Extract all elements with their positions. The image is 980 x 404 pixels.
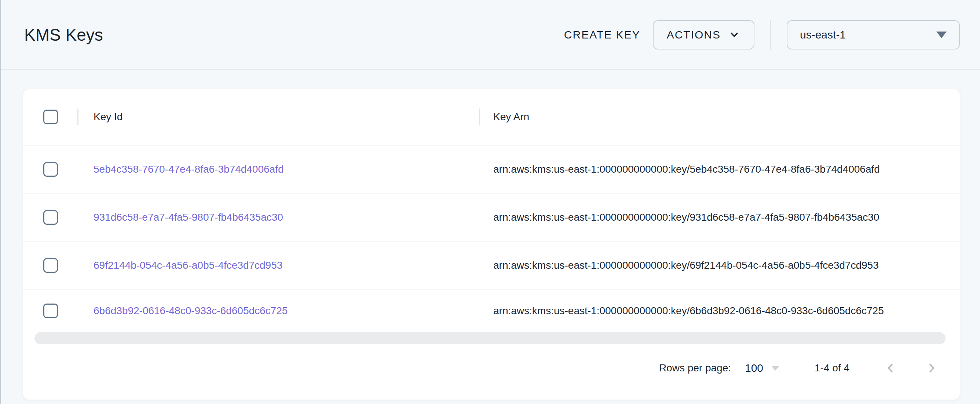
table-row[interactable]: 6b6d3b92-0616-48c0-933c-6d605dc6c725 arn… [23, 289, 960, 332]
horizontal-scrollbar[interactable] [35, 332, 945, 344]
chevron-down-icon [728, 29, 740, 41]
select-all-checkbox[interactable] [43, 110, 58, 124]
row-checkbox[interactable] [43, 210, 58, 225]
column-header-key-arn[interactable]: Key Arn [480, 111, 960, 123]
page-range-label: 1-4 of 4 [815, 362, 850, 374]
next-page-button[interactable] [924, 361, 939, 375]
rows-per-page-label: Rows per page: [659, 362, 731, 374]
chevron-left-icon [883, 361, 897, 375]
rows-per-page-dropdown-icon[interactable] [771, 366, 780, 371]
region-select[interactable]: us-east-1 [787, 20, 960, 49]
key-arn-text: arn:aws:kms:us-east-1:000000000000:key/9… [493, 212, 879, 223]
key-arn-text: arn:aws:kms:us-east-1:000000000000:key/6… [493, 305, 884, 317]
toolbar-divider [770, 20, 771, 49]
key-id-link[interactable]: 69f2144b-054c-4a56-a0b5-4fce3d7cd953 [94, 259, 282, 271]
column-separator [77, 108, 78, 126]
header-toolbar: CREATE KEY ACTIONS us-east-1 [554, 20, 960, 49]
row-checkbox[interactable] [43, 258, 58, 273]
key-id-link[interactable]: 6b6d3b92-0616-48c0-933c-6d605dc6c725 [94, 305, 288, 317]
pagination: Rows per page: 100 1-4 of 4 [23, 344, 960, 392]
table-row[interactable]: 5eb4c358-7670-47e4-8fa6-3b74d4006afd arn… [23, 146, 960, 194]
key-arn-text: arn:aws:kms:us-east-1:000000000000:key/6… [493, 259, 879, 271]
header-checkbox-cell [23, 110, 78, 124]
dropdown-arrow-icon [936, 32, 947, 38]
left-edge-line [0, 0, 1, 404]
page-header: KMS Keys CREATE KEY ACTIONS us-east-1 [0, 0, 980, 70]
row-checkbox[interactable] [43, 162, 58, 177]
column-header-key-id[interactable]: Key Id [78, 111, 480, 123]
key-arn-text: arn:aws:kms:us-east-1:000000000000:key/5… [493, 164, 880, 175]
keys-card: Key Id Key Arn 5eb4c358-7670-47e4-8fa6-3… [23, 89, 960, 399]
table-row[interactable]: 69f2144b-054c-4a56-a0b5-4fce3d7cd953 arn… [23, 242, 960, 289]
create-key-button[interactable]: CREATE KEY [554, 21, 651, 48]
actions-button[interactable]: ACTIONS [653, 20, 754, 49]
column-separator [479, 108, 480, 126]
key-id-link[interactable]: 5eb4c358-7670-47e4-8fa6-3b74d4006afd [94, 164, 283, 175]
rows-per-page-value[interactable]: 100 [745, 362, 763, 374]
table-row[interactable]: 931d6c58-e7a7-4fa5-9807-fb4b6435ac30 arn… [23, 194, 960, 242]
chevron-right-icon [924, 361, 939, 375]
previous-page-button[interactable] [883, 361, 898, 375]
table-header-row: Key Id Key Arn [23, 89, 960, 146]
region-select-value: us-east-1 [800, 29, 846, 41]
key-id-link[interactable]: 931d6c58-e7a7-4fa5-9807-fb4b6435ac30 [94, 212, 283, 223]
row-checkbox[interactable] [43, 304, 58, 318]
page-title: KMS Keys [24, 25, 103, 45]
actions-button-label: ACTIONS [667, 29, 721, 41]
